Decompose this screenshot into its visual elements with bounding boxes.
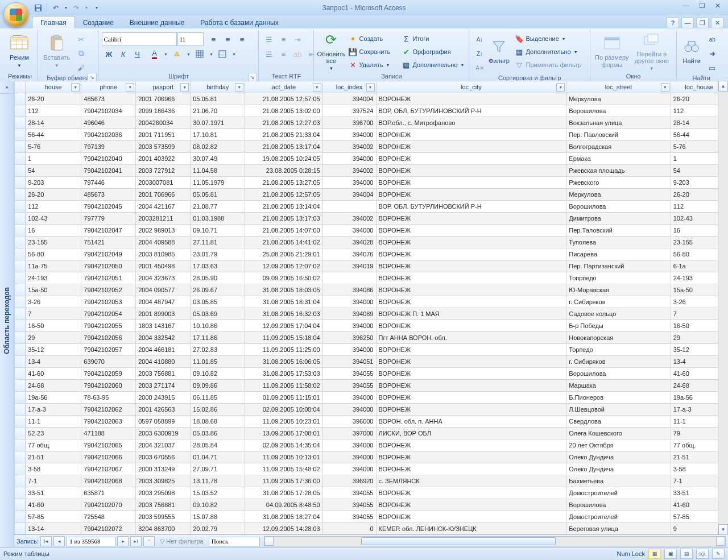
filter-dropdown-icon[interactable]: ▼ xyxy=(235,83,243,92)
table-row[interactable]: 33-516358712003 29509815.03.5231.08.2005… xyxy=(15,487,728,499)
cell[interactable]: 471188 xyxy=(81,428,136,439)
cell[interactable]: 15а-50 xyxy=(26,284,81,296)
cell[interactable]: 394000 xyxy=(322,451,376,463)
cell[interactable]: 79042102056 xyxy=(81,332,136,344)
cell[interactable]: 28.05.90 xyxy=(191,272,245,284)
cell[interactable]: 2000 313249 xyxy=(136,463,191,475)
cell[interactable]: 23.08.2005 0:28:15 xyxy=(245,165,322,177)
row-selector[interactable] xyxy=(15,129,26,141)
cell[interactable]: ВОРОНЕЖ П. 1 МАЯ xyxy=(376,308,566,320)
view-sql-icon[interactable]: SQL xyxy=(696,549,709,559)
cell[interactable]: 16-50 xyxy=(26,320,81,332)
cell[interactable]: 3-58 xyxy=(26,463,81,475)
search-box[interactable] xyxy=(209,537,260,546)
expand-navpane-icon[interactable]: » xyxy=(0,81,14,94)
advanced-filter-button[interactable]: ▦Дополнительно ▼ xyxy=(514,45,582,58)
cell[interactable]: 21.08.77 xyxy=(191,201,245,213)
row-selector[interactable] xyxy=(15,428,26,439)
cell[interactable]: 79042102045 xyxy=(81,201,136,213)
cell[interactable]: ВОРОНЕЖ xyxy=(376,439,566,451)
table-row[interactable]: 3-58790421020672000 31324927.09.7111.09.… xyxy=(15,463,728,475)
row-selector[interactable] xyxy=(15,177,26,189)
table-row[interactable]: 54790421020412003 72791211.04.5823.08.20… xyxy=(15,165,728,177)
cell[interactable]: 21.08.2005 14:07:00 xyxy=(245,225,322,237)
cell[interactable]: 11.09.2005 10:23:01 xyxy=(245,416,322,428)
cell[interactable]: 797139 xyxy=(81,141,136,153)
cell[interactable]: 30.07.49 xyxy=(191,153,245,165)
gridlines-drop[interactable]: ▼ xyxy=(207,47,215,61)
cell[interactable]: 01.04.71 xyxy=(191,451,245,463)
align-left-icon[interactable]: ≡ xyxy=(206,32,220,46)
cell[interactable]: 102-43 xyxy=(26,213,81,225)
cell[interactable]: 05.05.81 xyxy=(191,189,245,201)
list2-icon[interactable]: ≡ xyxy=(276,47,290,61)
cell[interactable]: 31.08.2005 18:27:04 xyxy=(245,511,322,523)
cell[interactable]: ВОРОНЕЖ xyxy=(376,487,566,499)
row-selector[interactable] xyxy=(15,296,26,308)
row-selector[interactable] xyxy=(15,416,26,428)
cell[interactable]: 2001 706966 xyxy=(136,93,191,105)
cell[interactable]: 31.08.2005 16:32:03 xyxy=(245,308,322,320)
cell[interactable]: 15.07.88 xyxy=(191,511,245,523)
highlight-icon[interactable]: ab xyxy=(291,47,304,61)
bold-icon[interactable]: Ж xyxy=(102,47,115,61)
cell[interactable]: Новокапорская xyxy=(566,332,671,344)
cell[interactable]: ВОРОНЕЖ xyxy=(376,189,566,201)
cell[interactable]: ВОРОНЕЖ xyxy=(376,213,566,225)
minimize-button[interactable]: — xyxy=(678,1,694,11)
cell[interactable]: 17.11.86 xyxy=(191,332,245,344)
italic-icon[interactable]: К xyxy=(116,47,130,61)
cell[interactable]: ВОРОНЕЖ xyxy=(376,260,566,272)
cell[interactable]: Маршака xyxy=(566,380,671,392)
cell[interactable]: ВОРОНЕЖ xyxy=(376,499,566,511)
office-button[interactable] xyxy=(3,2,28,27)
cell[interactable]: 751421 xyxy=(81,237,136,248)
cell[interactable]: 27.09.71 xyxy=(191,463,245,475)
cell[interactable]: 79042102070 xyxy=(81,499,136,511)
cell[interactable]: 79042102063 xyxy=(81,416,136,428)
replace-icon[interactable]: ab xyxy=(705,32,719,46)
cell[interactable]: 2001 403922 xyxy=(136,153,191,165)
cell[interactable]: Димитрова xyxy=(566,213,671,225)
cell[interactable]: 2003 599555 xyxy=(136,511,191,523)
cell[interactable]: 23.01.79 xyxy=(191,248,245,260)
cell[interactable]: 28.05.84 xyxy=(191,439,245,451)
cell[interactable]: 396250 xyxy=(322,332,376,344)
cell[interactable]: 11а-75 xyxy=(26,260,81,272)
cell[interactable]: 03.05.85 xyxy=(191,296,245,308)
cell[interactable]: Ворошилова xyxy=(566,105,671,117)
cell[interactable]: Ю-Моравская xyxy=(566,284,671,296)
cell[interactable]: Волгоградская xyxy=(566,141,671,153)
cell[interactable]: ВОРОНЕЖ xyxy=(376,177,566,189)
cell[interactable]: 05.05.81 xyxy=(191,93,245,105)
cell[interactable]: ВОРОНЕЖ xyxy=(376,129,566,141)
row-selector[interactable] xyxy=(15,272,26,284)
cell[interactable]: Ворошилова xyxy=(566,201,671,213)
align-center-icon[interactable]: ≡ xyxy=(221,32,234,46)
cell[interactable]: 1 xyxy=(26,153,81,165)
sort-desc-icon[interactable]: Z↓ xyxy=(473,47,486,60)
list-icon[interactable]: ☰ xyxy=(262,47,276,61)
cell[interactable]: 13.09.2005 17:08:01 xyxy=(245,428,322,439)
cell[interactable]: 394000 xyxy=(322,225,376,237)
save-record-button[interactable]: 💾Сохранить xyxy=(347,45,398,58)
table-row[interactable]: 15а-50790421020522004 09057726.09.6731.0… xyxy=(15,284,728,296)
cell[interactable]: 23-155 xyxy=(26,237,81,248)
table-row[interactable]: 23-1557514212004 40958827.11.8121.08.200… xyxy=(15,237,728,248)
row-selector[interactable] xyxy=(15,201,26,213)
cell[interactable]: 79042102036 xyxy=(81,129,136,141)
row-selector[interactable] xyxy=(15,356,26,368)
cell[interactable]: 2004 487947 xyxy=(136,296,191,308)
row-selector[interactable] xyxy=(15,141,26,153)
cell[interactable]: 21-51 xyxy=(26,451,81,463)
cell[interactable]: 797779 xyxy=(81,213,136,225)
table-row[interactable]: 13-14790421020723204 86370020.02.7912.09… xyxy=(15,523,728,535)
column-header-act_date[interactable]: act_date▼ xyxy=(245,81,322,93)
cell[interactable]: 17.03.63 xyxy=(191,260,245,272)
row-selector[interactable] xyxy=(15,439,26,451)
row-selector[interactable] xyxy=(15,368,26,380)
cell[interactable]: 52-23 xyxy=(26,428,81,439)
cell[interactable]: Пер. Павловский xyxy=(566,129,671,141)
cell[interactable]: 17.10.81 xyxy=(191,129,245,141)
row-selector[interactable] xyxy=(15,213,26,225)
